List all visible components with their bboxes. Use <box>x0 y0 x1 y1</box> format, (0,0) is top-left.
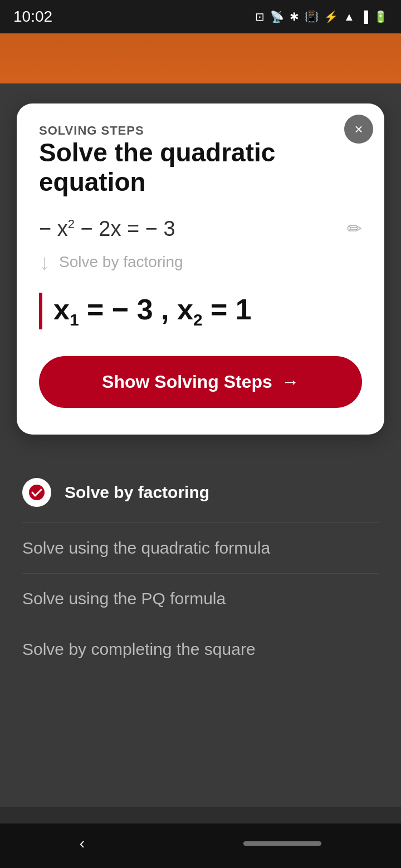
checkmark-icon <box>28 484 45 501</box>
method-option-complete-square[interactable]: Solve by completing the square <box>22 624 379 674</box>
arrow-right-icon: → <box>281 372 299 392</box>
modal-header-label: SOLVING STEPS <box>39 124 144 137</box>
method-factoring-label: Solve by factoring <box>65 483 209 502</box>
method-label: Solve by factoring <box>59 253 183 271</box>
close-icon: × <box>354 121 363 138</box>
charging-icon: ⚡ <box>324 10 338 23</box>
check-circle-factoring <box>22 478 51 507</box>
solution-display: x1 = − 3 , x2 = 1 <box>53 293 252 329</box>
solution-container: x1 = − 3 , x2 = 1 <box>39 293 362 329</box>
top-app-bar <box>0 33 401 83</box>
down-arrow-icon: ↓ <box>39 250 50 275</box>
show-steps-label: Show Solving Steps <box>102 372 272 392</box>
status-icons: ⊡ 📡 ✱ 📳 ⚡ ▲ ▐ 🔋 <box>255 10 388 23</box>
status-bar: 10:02 ⊡ 📡 ✱ 📳 ⚡ ▲ ▐ 🔋 <box>0 0 401 33</box>
bluetooth-icon: ✱ <box>290 10 299 23</box>
method-row: ↓ Solve by factoring <box>39 250 362 275</box>
signal-icon: ▐ <box>360 11 368 23</box>
close-button[interactable]: × <box>344 115 373 144</box>
screen-record-icon: ⊡ <box>255 10 265 23</box>
edit-icon[interactable]: ✏ <box>347 218 362 239</box>
method-complete-square-label: Solve by completing the square <box>22 640 256 659</box>
method-pq-label: Solve using the PQ formula <box>22 589 226 608</box>
nav-pill <box>243 841 321 846</box>
cast-icon: 📡 <box>270 10 284 23</box>
modal-title: Solve the quadratic equation <box>39 138 362 197</box>
back-button[interactable]: ‹ <box>80 835 85 852</box>
show-solving-steps-button[interactable]: Show Solving Steps → <box>39 356 362 408</box>
equation-row: − x2 − 2x = − 3 ✏ <box>39 217 362 241</box>
wifi-icon: ▲ <box>344 11 355 23</box>
svg-point-0 <box>29 485 45 500</box>
method-option-quadratic[interactable]: Solve using the quadratic formula <box>22 523 379 574</box>
battery-icon: 🔋 <box>374 10 388 23</box>
status-time: 10:02 <box>13 8 52 26</box>
method-quadratic-label: Solve using the quadratic formula <box>22 539 270 558</box>
equation-display: − x2 − 2x = − 3 <box>39 217 175 241</box>
modal-card: SOLVING STEPS × Solve the quadratic equa… <box>17 103 384 435</box>
method-option-pq[interactable]: Solve using the PQ formula <box>22 574 379 624</box>
vibrate-icon: 📳 <box>305 10 319 23</box>
bottom-section: Solve by factoring Solve using the quadr… <box>0 435 401 674</box>
nav-bar: ‹ <box>0 823 401 868</box>
method-option-factoring[interactable]: Solve by factoring <box>22 462 379 523</box>
